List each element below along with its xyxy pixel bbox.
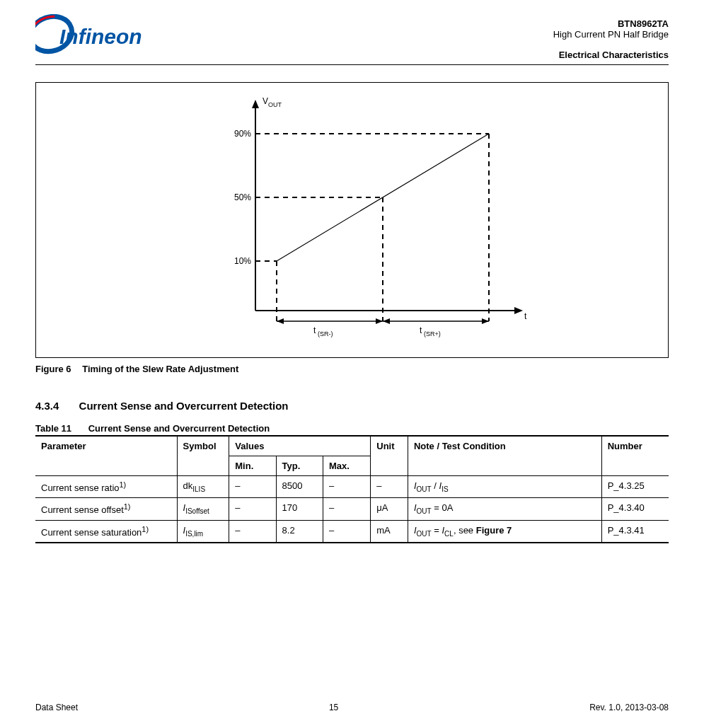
table-body: Current sense ratio1)dkILIS–8500––IOUT /… xyxy=(35,476,669,543)
table-row: Current sense ratio1)dkILIS–8500––IOUT /… xyxy=(35,476,669,498)
svg-marker-19 xyxy=(376,318,383,324)
col-typ: Typ. xyxy=(276,456,323,476)
col-max: Max. xyxy=(323,456,370,476)
section-heading: 4.3.4 Current Sense and Overcurrent Dete… xyxy=(35,400,669,412)
svg-text:OUT: OUT xyxy=(268,101,282,108)
tick-50: 50% xyxy=(234,192,251,202)
footer-center: 15 xyxy=(329,703,338,712)
col-symbol: Symbol xyxy=(177,436,229,476)
product-subtitle: High Current PN Half Bridge xyxy=(553,29,669,40)
table-title: Current Sense and Overcurrent Detection xyxy=(88,423,270,434)
table-header-row-1: Parameter Symbol Values Unit Note / Test… xyxy=(35,436,669,456)
footer-right: Rev. 1.0, 2013-03-08 xyxy=(589,703,669,712)
svg-marker-21 xyxy=(383,318,390,324)
footer: Data Sheet 15 Rev. 1.0, 2013-03-08 xyxy=(35,703,669,712)
table-row: Current sense offset1)IISoffset–170–μAIO… xyxy=(35,498,669,520)
svg-text:V: V xyxy=(262,96,268,106)
svg-text:t: t xyxy=(420,325,422,335)
figure-box: VOUT t 90% 50% 10% xyxy=(35,82,669,358)
infineon-logo-icon: Infineon xyxy=(35,14,163,58)
figure-label: Figure 6 xyxy=(35,364,71,374)
tick-10: 10% xyxy=(234,256,251,266)
col-unit: Unit xyxy=(371,436,408,476)
svg-text:(SR+): (SR+) xyxy=(424,330,441,337)
table-row: Current sense saturation1)IIS,lim–8.2–mA… xyxy=(35,520,669,543)
svg-marker-18 xyxy=(277,318,284,324)
logo: Infineon xyxy=(35,14,163,60)
section-title-text: Current Sense and Overcurrent Detection xyxy=(79,400,289,412)
table-caption: Table 11 Current Sense and Overcurrent D… xyxy=(35,423,669,434)
col-param: Parameter xyxy=(35,436,177,476)
section-path: Electrical Characteristics xyxy=(553,50,669,60)
svg-marker-6 xyxy=(514,307,523,314)
doc-header: Infineon BTN8962TA High Current PN Half … xyxy=(35,14,669,65)
section-number: 4.3.4 xyxy=(35,400,59,412)
svg-text:(SR-): (SR-) xyxy=(318,330,333,337)
col-values: Values xyxy=(229,436,371,456)
col-min: Min. xyxy=(229,456,276,476)
svg-marker-22 xyxy=(482,318,489,324)
tick-90: 90% xyxy=(234,129,251,139)
parameter-table: Parameter Symbol Values Unit Note / Test… xyxy=(35,435,669,543)
svg-marker-5 xyxy=(252,100,259,108)
chart: VOUT t 90% 50% 10% xyxy=(234,91,546,341)
svg-text:t: t xyxy=(313,325,316,335)
figure-title: Timing of the Slew Rate Adjustment xyxy=(82,364,238,374)
header-text: BTN8962TA High Current PN Half Bridge El… xyxy=(553,14,669,60)
page: Infineon BTN8962TA High Current PN Half … xyxy=(0,0,704,543)
svg-text:Infineon: Infineon xyxy=(59,25,142,48)
col-num: Number xyxy=(601,436,669,476)
footer-left: Data Sheet xyxy=(35,703,78,712)
svg-text:t: t xyxy=(524,311,527,321)
figure-caption: Figure 6 Timing of the Slew Rate Adjustm… xyxy=(35,364,669,374)
table-label: Table 11 xyxy=(35,423,71,434)
svg-line-16 xyxy=(277,134,489,261)
product-name: BTN8962TA xyxy=(553,18,669,29)
col-note: Note / Test Condition xyxy=(408,436,601,476)
